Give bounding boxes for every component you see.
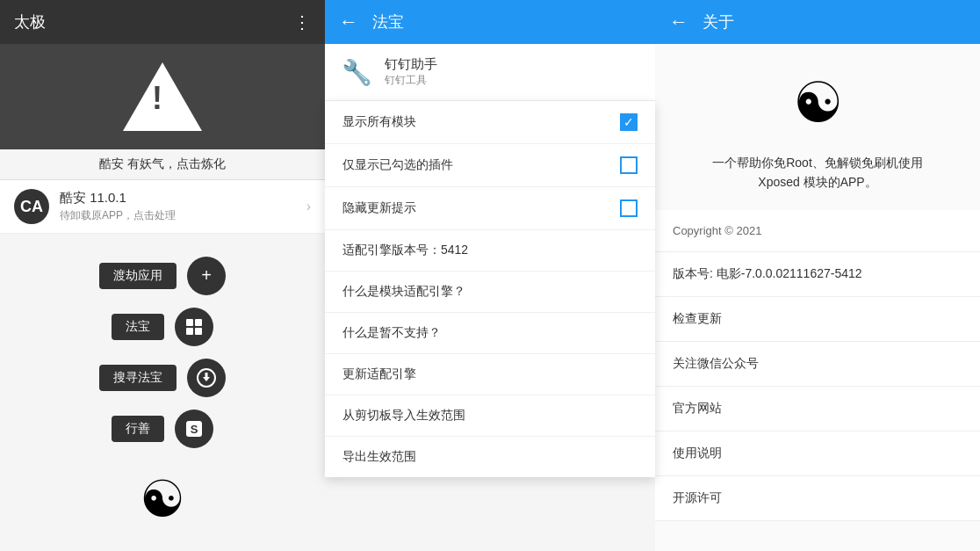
action-row-2: 法宝 — [112, 308, 213, 346]
checkbox-show-checked[interactable] — [620, 156, 638, 174]
menu-label-import-clipboard: 从剪切板导入生效范围 — [342, 408, 465, 424]
website-item[interactable]: 官方网站 — [655, 387, 980, 431]
manual-item[interactable]: 使用说明 — [655, 431, 980, 476]
action-row-1: 渡劫应用 + — [99, 257, 226, 295]
arrow-right-icon: › — [306, 199, 311, 214]
taiji-logo[interactable]: ☯ — [140, 469, 185, 529]
fabao-button[interactable]: 法宝 — [112, 314, 164, 340]
open-source-item[interactable]: 开源许可 — [655, 476, 980, 521]
app-icon: CA — [14, 189, 49, 224]
menu-item-import-clipboard[interactable]: 从剪切板导入生效范围 — [325, 395, 655, 437]
about-version: 版本号: 电影-7.0.0.02111627-5412 — [655, 252, 980, 297]
menu-label-show-all: 显示所有模块 — [342, 114, 416, 130]
more-options-icon[interactable]: ⋮ — [293, 11, 311, 33]
warning-text[interactable]: 酷安 有妖气，点击炼化 — [0, 149, 325, 180]
svg-rect-1 — [195, 319, 202, 326]
grid-icon[interactable] — [175, 308, 213, 346]
menu-item-hide-updates[interactable]: 隐藏更新提示 — [325, 187, 655, 230]
dropdown-overlay: 显示所有模块 ✓ 仅显示已勾选的插件 隐藏更新提示 适配引擎版本号：5412 什… — [325, 101, 655, 551]
menu-item-update-adapter[interactable]: 更新适配引擎 — [325, 354, 655, 395]
right-panel: ← 关于 ☯ 一个帮助你免Root、免解锁免刷机使用Xposed 模块的APP。… — [655, 0, 980, 551]
action-row-3: 搜寻法宝 — [99, 359, 226, 397]
svg-rect-6 — [205, 373, 208, 379]
taiji-about-icon: ☯ — [793, 70, 843, 135]
wrench-icon: 🔧 — [342, 58, 372, 87]
warning-banner — [0, 44, 325, 149]
plugin-details: 钉钉助手 钉钉工具 — [385, 56, 437, 88]
plugin-name: 钉钉助手 — [385, 56, 437, 73]
menu-item-adapter-version: 适配引擎版本号：5412 — [325, 230, 655, 272]
right-back-button[interactable]: ← — [669, 11, 688, 33]
app-info: 酷安 11.0.1 待卸载原APP，点击处理 — [60, 190, 306, 223]
menu-item-export-scope[interactable]: 导出生效范围 — [325, 437, 655, 477]
checkbox-hide-updates[interactable] — [620, 199, 638, 217]
app-row[interactable]: CA 酷安 11.0.1 待卸载原APP，点击处理 › — [0, 180, 325, 234]
left-header: 太极 ⋮ — [0, 0, 325, 44]
middle-panel: ← 法宝 🔧 钉钉助手 钉钉工具 显示所有模块 ✓ 仅显示已勾选的插件 隐藏更新… — [325, 0, 655, 551]
menu-label-what-adapter: 什么是模块适配引擎？ — [342, 284, 465, 300]
check-update-item[interactable]: 检查更新 — [655, 297, 980, 342]
menu-label-update-adapter: 更新适配引擎 — [342, 366, 416, 382]
menu-label-adapter-version: 适配引擎版本号：5412 — [342, 243, 468, 258]
add-icon[interactable]: + — [187, 257, 226, 295]
svg-text:S: S — [191, 423, 198, 436]
menu-item-what-adapter[interactable]: 什么是模块适配引擎？ — [325, 272, 655, 313]
menu-label-hide-updates: 隐藏更新提示 — [342, 200, 416, 216]
plugin-info: 🔧 钉钉助手 钉钉工具 — [325, 44, 655, 101]
action-row-4: 行善 S — [112, 410, 213, 448]
app-sub: 待卸载原APP，点击处理 — [60, 208, 306, 223]
menu-item-show-all[interactable]: 显示所有模块 ✓ — [325, 101, 655, 144]
menu-label-what-unsupported: 什么是暂不支持？ — [342, 325, 441, 341]
about-copyright: Copyright © 2021 — [655, 210, 980, 252]
left-panel: 太极 ⋮ 酷安 有妖气，点击炼化 CA 酷安 11.0.1 待卸载原APP，点击… — [0, 0, 325, 551]
about-items: Copyright © 2021 版本号: 电影-7.0.0.02111627-… — [655, 210, 980, 551]
search-fabao-button[interactable]: 搜寻法宝 — [99, 365, 177, 391]
app-name: 酷安 11.0.1 — [60, 190, 306, 207]
menu-label-export-scope: 导出生效范围 — [342, 449, 416, 465]
svg-rect-2 — [186, 328, 193, 335]
warning-triangle-icon — [123, 62, 202, 131]
middle-header: ← 法宝 — [325, 0, 655, 44]
menu-item-show-checked[interactable]: 仅显示已勾选的插件 — [325, 144, 655, 187]
wechat-item[interactable]: 关注微信公众号 — [655, 342, 980, 387]
plugin-sub: 钉钉工具 — [385, 73, 437, 88]
right-header: ← 关于 — [655, 0, 980, 44]
middle-title: 法宝 — [372, 11, 404, 33]
middle-back-button[interactable]: ← — [339, 11, 358, 33]
dropdown-menu: 显示所有模块 ✓ 仅显示已勾选的插件 隐藏更新提示 适配引擎版本号：5412 什… — [325, 101, 655, 477]
right-title: 关于 — [703, 11, 734, 33]
about-logo: ☯ — [655, 44, 980, 153]
left-title: 太极 — [14, 11, 46, 33]
menu-label-show-checked: 仅显示已勾选的插件 — [342, 157, 453, 173]
kindness-button[interactable]: 行善 — [112, 416, 164, 442]
about-description: 一个帮助你免Root、免解锁免刷机使用Xposed 模块的APP。 — [655, 153, 980, 210]
svg-rect-0 — [186, 319, 193, 326]
menu-item-what-unsupported[interactable]: 什么是暂不支持？ — [325, 313, 655, 354]
svg-rect-3 — [195, 328, 202, 335]
rescue-app-button[interactable]: 渡劫应用 — [99, 263, 177, 289]
checkbox-show-all[interactable]: ✓ — [620, 113, 638, 131]
plugin-icon: 🔧 — [339, 54, 374, 90]
dollar-icon[interactable]: S — [175, 410, 213, 448]
buttons-area: 渡劫应用 + 法宝 搜寻法宝 — [0, 234, 325, 551]
download-icon[interactable] — [187, 359, 226, 397]
